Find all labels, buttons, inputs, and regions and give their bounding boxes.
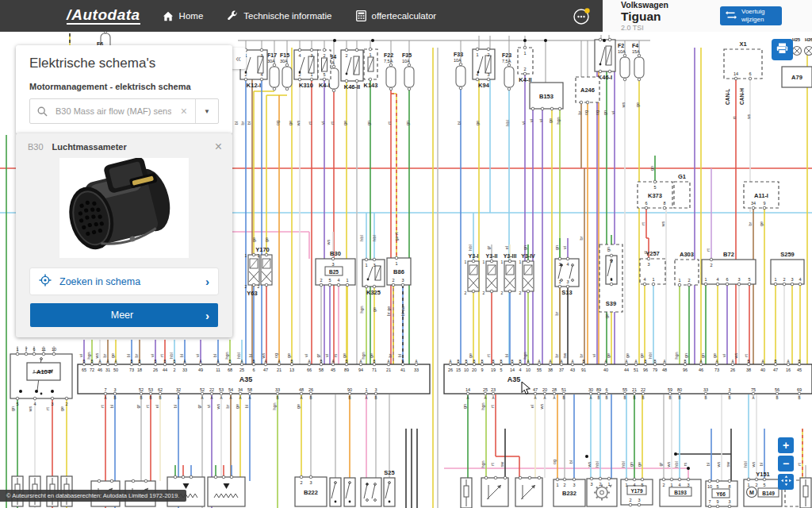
- nav-item-quote-calculator[interactable]: offertecalculator: [356, 10, 437, 21]
- svg-text:A303: A303: [680, 251, 694, 258]
- component-S25[interactable]: S25: [384, 469, 395, 506]
- fuse-F15[interactable]: F1530A: [280, 52, 292, 90]
- nav-item-home[interactable]: Home: [163, 10, 204, 21]
- svg-text:21: 21: [632, 387, 637, 392]
- component-K143[interactable]: K1431: [364, 48, 378, 89]
- svg-text:52: 52: [200, 387, 205, 392]
- component-switch1[interactable]: [330, 478, 341, 506]
- component-res[interactable]: [461, 478, 472, 508]
- component-box[interactable]: Y17914523: [621, 478, 653, 506]
- close-icon[interactable]: ×: [215, 142, 222, 152]
- print-button[interactable]: [772, 39, 793, 60]
- svg-text:B: B: [252, 360, 255, 364]
- svg-text:B: B: [511, 360, 513, 364]
- ecu-A35[interactable]: A3565B72B46A31A50A73B18B26B44B2B33A49A11…: [78, 360, 430, 401]
- svg-text:M: M: [749, 490, 754, 495]
- component-A246[interactable]: A246: [576, 77, 599, 104]
- component-B72[interactable]: B72214635: [702, 251, 756, 286]
- svg-text:34: 34: [238, 387, 243, 392]
- collapse-panel-button[interactable]: «: [231, 48, 246, 69]
- clear-search-icon[interactable]: ×: [173, 105, 195, 117]
- solenoid-valve[interactable]: 12: [501, 260, 515, 295]
- fuse-F33[interactable]: F3310A: [454, 52, 465, 90]
- svg-text:A: A: [365, 396, 367, 400]
- component-box[interactable]: B1932143: [660, 478, 701, 506]
- component-heat[interactable]: [208, 475, 245, 506]
- svg-text:ge: ge: [286, 353, 291, 358]
- component-switch2[interactable]: [361, 478, 381, 506]
- solenoid-valve[interactable]: 12: [519, 260, 534, 295]
- search-in-schema-button[interactable]: Zoeken in schema ›: [30, 268, 218, 294]
- vehicle-make: Volkswagen: [621, 1, 668, 10]
- component-Y257[interactable]: Y257341: [640, 250, 665, 286]
- fuse-F35[interactable]: F3510A: [402, 52, 414, 90]
- component-switch1[interactable]: 31: [606, 254, 617, 286]
- apps-menu-icon[interactable]: [573, 6, 592, 25]
- component-arrow[interactable]: [481, 476, 508, 506]
- component-A11-I[interactable]: A11-I349: [744, 182, 779, 210]
- search-input[interactable]: [54, 106, 173, 117]
- svg-text:5: 5: [763, 483, 765, 487]
- fuse-F22[interactable]: F227,5A: [384, 52, 396, 90]
- fuse-F2[interactable]: F210A: [618, 43, 630, 81]
- component-A104[interactable]: A104: [27, 363, 60, 380]
- component-K4-II[interactable]: K4-II12: [518, 46, 533, 83]
- svg-text:14: 14: [510, 368, 515, 372]
- component-Y151[interactable]: MB149Y151125: [744, 471, 782, 506]
- change-vehicle-button[interactable]: Voertuig wijzigen: [720, 6, 782, 25]
- svg-text:A: A: [300, 396, 302, 400]
- svg-text:38: 38: [746, 368, 751, 372]
- component-X1[interactable]: X1146: [724, 40, 762, 80]
- component-K325[interactable]: K32513: [362, 258, 385, 296]
- svg-text:33: 33: [703, 387, 708, 392]
- svg-text:8: 8: [663, 201, 665, 206]
- svg-text:2: 2: [662, 483, 665, 487]
- svg-text:br: br: [554, 353, 559, 357]
- component-K373[interactable]: K373568: [638, 180, 672, 210]
- component-A79[interactable]: A79: [782, 67, 812, 87]
- zoom-out-button[interactable]: −: [778, 456, 794, 471]
- component-B30[interactable]: B25B3032541: [316, 250, 355, 287]
- svg-text:51: 51: [634, 368, 638, 372]
- component-box[interactable]: Y661058793: [706, 479, 737, 508]
- component-B153[interactable]: B153: [530, 83, 563, 110]
- fuse-F23[interactable]: F237,5A: [502, 52, 514, 90]
- component-res[interactable]: [800, 478, 811, 508]
- pan-button[interactable]: [778, 474, 794, 490]
- svg-text:B: B: [457, 360, 459, 364]
- component-K4-I[interactable]: K4-I25: [318, 48, 331, 89]
- component-gear[interactable]: 321: [587, 477, 617, 506]
- component-switch1[interactable]: [344, 478, 355, 506]
- component-K46-II[interactable]: K46-II2: [341, 48, 363, 90]
- more-button[interactable]: Meer ›: [30, 303, 218, 327]
- solenoid-valve[interactable]: 12: [465, 260, 479, 295]
- component-K46-I[interactable]: K46-I: [595, 38, 615, 81]
- ecu-A35[interactable]: A3526A15B10B20B9B19B5B14B4B10A55A38A37A4…: [444, 360, 812, 401]
- svg-text:K94: K94: [478, 82, 490, 89]
- component-S259[interactable]: S2591234: [771, 251, 804, 286]
- svg-text:B: B: [309, 396, 312, 400]
- component-B232[interactable]: B232123: [553, 478, 585, 506]
- svg-text:B: B: [401, 360, 404, 364]
- fuse-F17[interactable]: F1730A: [267, 52, 279, 90]
- search-dropdown-button[interactable]: ▼: [195, 99, 218, 123]
- solenoid-valve[interactable]: 12: [483, 260, 497, 295]
- svg-text:bl: bl: [706, 463, 710, 466]
- svg-text:2: 2: [323, 53, 325, 58]
- svg-text:ws: ws: [216, 403, 220, 410]
- autodata-logo[interactable]: / Autodata: [67, 8, 140, 25]
- component-B222[interactable]: B22223: [295, 475, 327, 506]
- svg-text:br: br: [554, 311, 559, 315]
- component-K310[interactable]: K3104321: [294, 48, 318, 89]
- svg-text:1: 1: [365, 263, 367, 267]
- svg-text:2: 2: [523, 67, 526, 71]
- component-G1[interactable]: G1: [674, 173, 690, 208]
- fuse-F4[interactable]: F415A: [632, 43, 644, 81]
- component-B86[interactable]: B86123: [387, 256, 411, 287]
- nav-item-technical-info[interactable]: Technische informatie: [227, 10, 331, 21]
- component-arrow[interactable]: [515, 476, 542, 506]
- component-S13[interactable]: S133413: [555, 257, 579, 296]
- wrench-icon: [227, 10, 238, 21]
- zoom-in-button[interactable]: +: [778, 437, 794, 453]
- component-K94[interactable]: K941243: [473, 48, 495, 89]
